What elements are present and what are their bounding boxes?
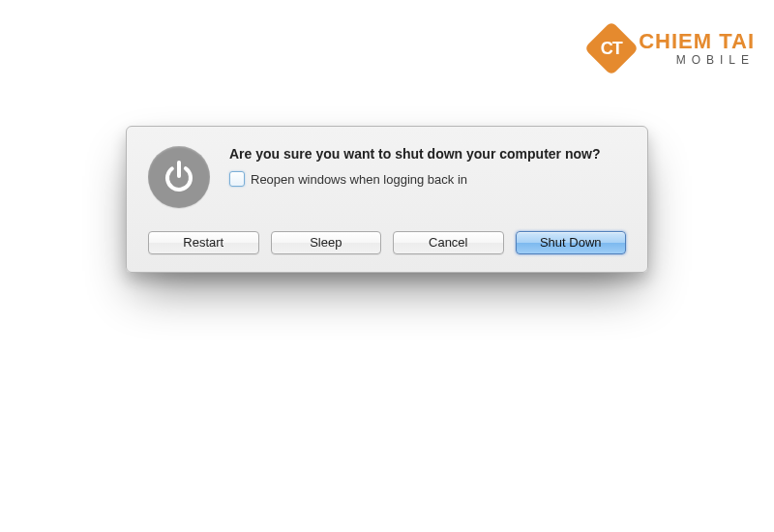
power-icon bbox=[148, 146, 210, 208]
dialog-title: Are you sure you want to shut down your … bbox=[229, 146, 626, 162]
sleep-button[interactable]: Sleep bbox=[271, 231, 382, 254]
watermark-text: CHIEM TAI MOBILE bbox=[639, 31, 755, 66]
checkbox-icon bbox=[229, 171, 245, 187]
watermark-logo-icon: CT bbox=[584, 21, 640, 76]
dialog-button-row: Restart Sleep Cancel Shut Down bbox=[148, 231, 626, 254]
shutdown-dialog: Are you sure you want to shut down your … bbox=[126, 126, 648, 273]
shutdown-button[interactable]: Shut Down bbox=[516, 231, 627, 254]
dialog-top: Are you sure you want to shut down your … bbox=[148, 146, 626, 208]
shutdown-dialog-wrap: Are you sure you want to shut down your … bbox=[126, 126, 648, 273]
power-icon-svg bbox=[161, 159, 197, 195]
watermark-logo-text: CT bbox=[601, 39, 622, 59]
restart-button[interactable]: Restart bbox=[148, 231, 259, 254]
dialog-body: Are you sure you want to shut down your … bbox=[229, 146, 626, 187]
watermark-subbrand: MOBILE bbox=[639, 54, 755, 66]
reopen-windows-checkbox[interactable]: Reopen windows when logging back in bbox=[229, 171, 626, 187]
watermark: CT CHIEM TAI MOBILE bbox=[592, 29, 755, 68]
checkbox-label: Reopen windows when logging back in bbox=[251, 172, 467, 187]
watermark-brand: CHIEM TAI bbox=[639, 31, 755, 52]
cancel-button[interactable]: Cancel bbox=[393, 231, 504, 254]
